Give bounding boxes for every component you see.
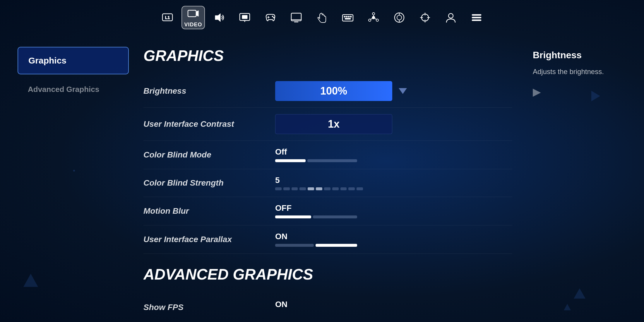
seg-3	[292, 187, 298, 190]
svg-rect-40	[472, 17, 481, 18]
setting-row-show-fps: Show FPS ON	[143, 293, 512, 310]
svg-rect-41	[472, 20, 481, 21]
motion-blur-slider[interactable]	[275, 215, 357, 219]
svg-point-11	[272, 16, 273, 17]
svg-point-25	[376, 19, 378, 21]
setting-name-show-fps: Show FPS	[143, 303, 266, 310]
motion-blur-value: OFF	[275, 203, 292, 213]
setting-name-brightness: Brightness	[143, 86, 266, 96]
slider-filled-color-blind-mode	[275, 159, 306, 162]
color-blind-mode-value: Off	[275, 147, 287, 157]
svg-marker-3	[196, 11, 198, 16]
setting-control-show-fps: ON	[275, 300, 512, 310]
nav-icon-profile[interactable]	[439, 6, 463, 29]
top-nav: L1 VIDEO	[0, 0, 644, 35]
setting-name-color-blind-mode: Color Blind Mode	[143, 150, 266, 160]
gamepad-icon	[393, 11, 405, 24]
touch-icon	[316, 11, 328, 24]
nav-icon-audio[interactable]	[207, 6, 231, 29]
ui-parallax-slider[interactable]	[275, 244, 357, 247]
seg-1	[275, 187, 282, 190]
svg-rect-21	[345, 18, 351, 19]
settings-list-graphics: Brightness 100% User Interface Contrast …	[143, 75, 512, 254]
svg-rect-20	[350, 16, 352, 17]
setting-control-motion-blur: OFF	[275, 203, 512, 219]
contrast-bar[interactable]: 1x	[275, 114, 392, 134]
controller-icon	[264, 11, 277, 24]
slider-empty-color-blind-mode	[307, 159, 357, 162]
svg-point-23	[372, 13, 375, 15]
sidebar-label-advanced-graphics: Advanced Graphics	[28, 85, 99, 94]
svg-rect-19	[348, 16, 350, 17]
section-title-graphics: GRAPHICS	[143, 47, 512, 64]
section-title-advanced-graphics: ADVANCED GRAPHICS	[143, 266, 512, 283]
brightness-value: 100%	[320, 85, 347, 97]
display-icon	[239, 11, 251, 24]
show-fps-value: ON	[275, 300, 287, 309]
seg-6	[316, 187, 322, 190]
seg-11	[357, 187, 363, 190]
setting-row-color-blind-mode: Color Blind Mode Off	[143, 141, 512, 169]
right-panel: Brightness Adjusts the brightness. ▶	[533, 47, 626, 310]
nav-icon-gamepad[interactable]	[388, 6, 411, 29]
svg-marker-4	[215, 13, 220, 22]
brightness-dropdown-arrow[interactable]	[399, 88, 407, 94]
color-blind-mode-slider[interactable]	[275, 159, 357, 162]
svg-point-12	[273, 17, 274, 18]
nav-icon-video[interactable]: VIDEO	[181, 6, 205, 29]
setting-row-brightness: Brightness 100%	[143, 75, 512, 108]
nav-icon-l1[interactable]: L1	[156, 6, 179, 29]
setting-name-motion-blur: Motion Blur	[143, 206, 266, 216]
svg-rect-39	[472, 14, 481, 16]
svg-text:L1: L1	[165, 15, 170, 20]
nav-icon-menu[interactable]	[465, 6, 488, 29]
nav-video-label: VIDEO	[184, 22, 202, 28]
nav-icon-screen[interactable]	[285, 6, 308, 29]
svg-line-27	[371, 18, 372, 19]
setting-name-color-blind-strength: Color Blind Strength	[143, 178, 266, 188]
slider-empty-ui-parallax	[275, 244, 314, 247]
svg-line-28	[375, 18, 376, 19]
seg-10	[348, 187, 355, 190]
nav-icon-display[interactable]	[233, 6, 256, 29]
crosshair-icon	[419, 11, 431, 24]
profile-icon	[445, 11, 457, 24]
l1-icon: L1	[161, 11, 174, 24]
setting-control-ui-contrast: 1x	[275, 114, 512, 134]
setting-row-color-blind-strength: Color Blind Strength 5	[143, 169, 512, 197]
content-area: GRAPHICS Brightness 100% User Interface …	[143, 47, 518, 310]
nav-icon-keyboard[interactable]	[336, 6, 359, 29]
nav-icon-controller[interactable]	[259, 6, 282, 29]
video-icon	[187, 8, 199, 20]
sidebar: Graphics Advanced Graphics	[18, 47, 129, 310]
svg-point-30	[397, 15, 402, 20]
nav-icon-network[interactable]	[362, 6, 385, 29]
sidebar-item-advanced-graphics[interactable]: Advanced Graphics	[18, 77, 129, 102]
setting-row-ui-parallax: User Interface Parallax ON	[143, 225, 512, 254]
seg-2	[283, 187, 290, 190]
seg-9	[340, 187, 347, 190]
seg-5	[308, 187, 314, 190]
seg-4	[299, 187, 306, 190]
setting-control-brightness: 100%	[275, 81, 512, 101]
nav-icon-crosshair[interactable]	[413, 6, 437, 29]
slider-filled-motion-blur	[275, 215, 311, 218]
svg-rect-17	[344, 16, 345, 17]
main-layout: Graphics Advanced Graphics GRAPHICS Brig…	[0, 35, 644, 322]
help-title: Brightness	[533, 50, 626, 61]
brightness-bar[interactable]: 100%	[275, 81, 392, 101]
svg-point-22	[372, 16, 375, 19]
help-text: Adjusts the brightness.	[533, 66, 626, 77]
svg-rect-2	[188, 10, 196, 17]
sidebar-item-graphics[interactable]: Graphics	[18, 47, 129, 74]
svg-point-24	[369, 19, 371, 21]
menu-icon	[470, 11, 483, 24]
nav-icon-touch[interactable]	[310, 6, 334, 29]
contrast-value: 1x	[328, 118, 340, 130]
ui-parallax-value: ON	[275, 232, 287, 241]
svg-rect-6	[242, 15, 247, 19]
seg-7	[324, 187, 330, 190]
screen-icon	[290, 11, 302, 24]
settings-list-advanced: Show FPS ON	[143, 293, 512, 310]
color-blind-strength-slider[interactable]	[275, 187, 363, 190]
